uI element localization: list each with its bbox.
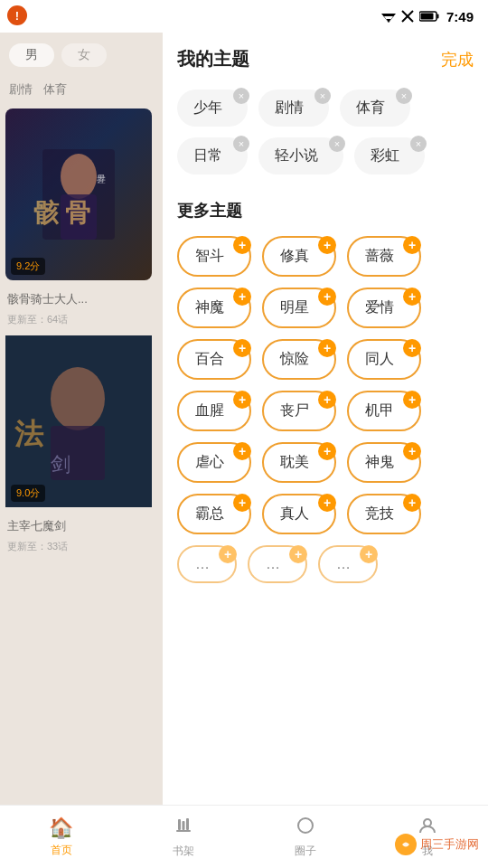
done-button[interactable]: 完成 (441, 49, 474, 71)
status-bar: 7:49 (0, 0, 488, 33)
add-theme-7[interactable]: + (318, 339, 336, 357)
add-theme-20[interactable]: + (360, 545, 378, 563)
add-theme-4[interactable]: + (318, 288, 336, 306)
add-theme-10[interactable]: + (318, 391, 336, 409)
add-theme-8[interactable]: + (403, 339, 421, 357)
add-theme-5[interactable]: + (403, 288, 421, 306)
more-theme-5[interactable]: 爱情 + (347, 288, 421, 328)
svg-rect-6 (436, 14, 438, 19)
panel-title: 我的主题 (177, 47, 249, 71)
nav-bookshelf-label: 书架 (173, 844, 194, 859)
more-themes-container: 智斗 + 修真 + 蔷薇 + 神魔 + 明星 + 爱情 + 百合 + 惊险 + (177, 236, 474, 583)
add-theme-1[interactable]: + (318, 236, 336, 254)
svg-point-24 (424, 819, 431, 826)
home-icon: 🏠 (49, 816, 73, 840)
my-themes-container: 少年 × 剧情 × 体育 × 日常 × 轻小说 × 彩虹 × (177, 90, 474, 175)
comic-art-1: 骸 骨 异世界 (5, 108, 152, 280)
more-theme-12[interactable]: 虐心 + (177, 442, 251, 483)
more-section-title: 更多主题 (177, 200, 474, 222)
more-theme-6[interactable]: 百合 + (177, 339, 251, 380)
svg-rect-19 (176, 830, 191, 832)
watermark-logo (395, 834, 417, 855)
more-theme-20[interactable]: … + (318, 545, 378, 583)
watermark: 周三手游网 (395, 834, 479, 855)
comic1-score: 9.2分 (11, 258, 45, 275)
comic1-update: 更新至：64话 (0, 311, 163, 328)
comic-panel-2: 法 剑 9.0分 (5, 335, 152, 507)
more-theme-3[interactable]: 神魔 + (177, 288, 251, 328)
svg-text:骸: 骸 (33, 199, 60, 227)
add-theme-18[interactable]: + (219, 545, 237, 563)
remove-theme-3[interactable]: × (233, 136, 249, 152)
left-panel: 男 女 剧情 体育 骸 骨 异世界 9.2分 骸骨骑士大人... 更新至：64话 (0, 33, 163, 868)
comic2-score: 9.0分 (11, 485, 45, 502)
svg-point-9 (61, 154, 97, 199)
more-theme-10[interactable]: 丧尸 + (262, 391, 336, 431)
add-theme-13[interactable]: + (318, 442, 336, 460)
remove-theme-4[interactable]: × (329, 136, 345, 152)
my-theme-tag-2[interactable]: 体育 × (340, 90, 410, 127)
wifi-icon (381, 10, 396, 23)
my-theme-tag-1[interactable]: 剧情 × (258, 90, 329, 127)
add-theme-0[interactable]: + (233, 236, 251, 254)
battery-icon (419, 11, 439, 22)
add-theme-16[interactable]: + (318, 494, 336, 512)
circle-icon (296, 816, 315, 841)
my-theme-tag-5[interactable]: 彩虹 × (354, 137, 425, 175)
more-theme-8[interactable]: 同人 + (347, 339, 421, 380)
more-theme-16[interactable]: 真人 + (262, 494, 336, 534)
add-theme-12[interactable]: + (233, 442, 251, 460)
signal-icon (401, 10, 414, 23)
status-time: 7:49 (446, 9, 474, 24)
more-theme-2[interactable]: 蔷薇 + (347, 236, 421, 277)
more-theme-11[interactable]: 机甲 + (347, 391, 421, 431)
svg-point-15 (51, 367, 105, 430)
nav-circle-label: 圈子 (295, 844, 316, 859)
add-theme-11[interactable]: + (403, 391, 421, 409)
main-panel: 我的主题 完成 少年 × 剧情 × 体育 × 日常 × 轻小说 × 彩虹 × (163, 33, 488, 805)
add-theme-6[interactable]: + (233, 339, 251, 357)
comic2-update: 更新至：33话 (0, 538, 163, 555)
nav-circle[interactable]: 圈子 (244, 816, 366, 859)
my-theme-tag-4[interactable]: 轻小说 × (258, 137, 343, 175)
warning-badge: ! (7, 5, 27, 25)
add-theme-14[interactable]: + (403, 442, 421, 460)
my-theme-tag-3[interactable]: 日常 × (177, 137, 248, 175)
my-theme-tag-0[interactable]: 少年 × (177, 90, 248, 127)
nav-home[interactable]: 🏠 首页 (0, 816, 122, 858)
comic1-title: 骸骨骑士大人... (0, 288, 163, 311)
svg-text:法: 法 (14, 418, 44, 450)
gender-female: 女 (61, 43, 107, 67)
gender-row: 男 女 (0, 33, 163, 78)
remove-theme-5[interactable]: × (410, 136, 427, 152)
svg-marker-2 (386, 19, 390, 23)
svg-rect-21 (182, 821, 184, 830)
more-theme-14[interactable]: 神鬼 + (347, 442, 421, 483)
more-theme-7[interactable]: 惊险 + (262, 339, 336, 380)
svg-rect-22 (186, 818, 189, 830)
comic2-title: 主宰七魔剑 (0, 514, 163, 538)
more-theme-18[interactable]: … + (177, 545, 237, 583)
add-theme-17[interactable]: + (403, 494, 421, 512)
more-theme-4[interactable]: 明星 + (262, 288, 336, 328)
more-theme-9[interactable]: 血腥 + (177, 391, 251, 431)
remove-theme-0[interactable]: × (233, 88, 249, 104)
add-theme-15[interactable]: + (233, 494, 251, 512)
add-theme-19[interactable]: + (289, 545, 307, 563)
add-theme-2[interactable]: + (403, 236, 421, 254)
nav-bookshelf[interactable]: 书架 (122, 816, 244, 859)
nav-home-label: 首页 (51, 843, 72, 858)
more-theme-19[interactable]: … + (248, 545, 307, 583)
more-theme-13[interactable]: 耽美 + (262, 442, 336, 483)
more-theme-15[interactable]: 霸总 + (177, 494, 251, 534)
remove-theme-2[interactable]: × (396, 88, 412, 104)
comic-illustration-1: 骸 骨 异世界 (24, 131, 133, 258)
more-theme-0[interactable]: 智斗 + (177, 236, 251, 277)
svg-rect-7 (420, 14, 433, 20)
more-theme-1[interactable]: 修真 + (262, 236, 336, 277)
more-theme-17[interactable]: 竞技 + (347, 494, 421, 534)
watermark-text: 周三手游网 (420, 836, 479, 853)
add-theme-3[interactable]: + (233, 288, 251, 306)
add-theme-9[interactable]: + (233, 391, 251, 409)
remove-theme-1[interactable]: × (314, 88, 331, 104)
